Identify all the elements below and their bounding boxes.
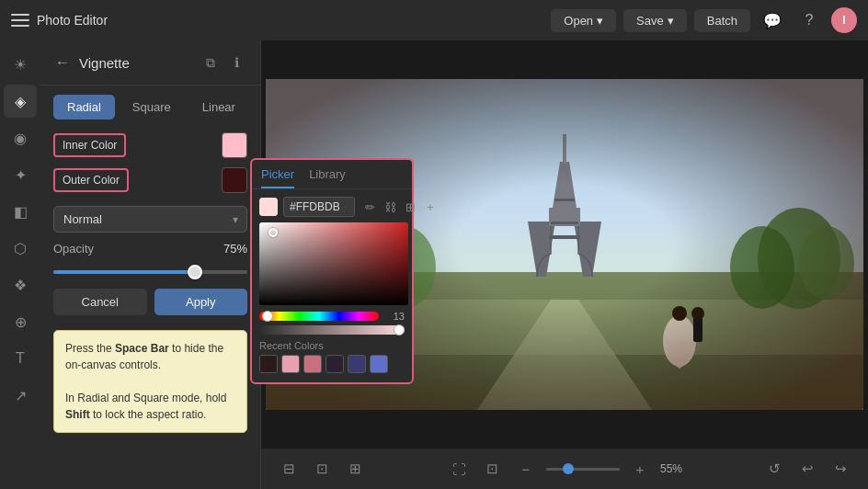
picker-plus-icon[interactable]: + [421,198,440,216]
main-area: ☀ ◈ ◉ ✦ ◧ ⬡ ❖ ⊕ T ↗ ← Vignette ⧉ ℹ Radia… [0,40,868,489]
avatar[interactable]: I [831,7,857,33]
layers-button[interactable]: ⊟ [276,456,302,482]
picker-alpha-slider[interactable] [259,325,405,335]
batch-label: Batch [707,14,737,28]
sidebar-btn-plugins[interactable]: ⊕ [4,305,37,338]
topbar: Photo Editor Open ▾ Save ▾ Batch 💬 ? I [0,0,868,40]
picker-gradient-handle[interactable] [268,228,278,237]
outer-color-row: Outer Color [53,167,247,193]
help-icon-button[interactable]: ? [794,6,824,35]
inner-color-swatch[interactable] [222,132,247,158]
panel-back-button[interactable]: ← [53,52,72,73]
grid-button[interactable]: ⊞ [342,456,368,482]
bottom-bar: ⊟ ⊡ ⊞ ⛶ ⊡ − + 55% ↺ ↩ ↪ [261,449,868,489]
picker-hex-icons: ✏ ⛓ ⊞ + [360,198,440,216]
zoom-out-button[interactable]: − [513,456,539,482]
tooltip-text2: In Radial and Square mode, hold Shift to… [65,392,226,421]
inner-color-button[interactable]: Inner Color [53,133,126,157]
sidebar-btn-details[interactable]: ◈ [4,85,37,118]
outer-color-swatch[interactable] [222,167,247,193]
menu-icon[interactable] [11,11,29,29]
inner-color-label: Inner Color [63,139,117,152]
panel-header-icons: ⧉ ℹ [200,51,247,74]
cancel-button[interactable]: Cancel [53,289,147,315]
recent-swatch-1[interactable] [281,355,300,373]
picker-color-swatch [259,198,278,216]
panel-header: ← Vignette ⧉ ℹ [40,40,260,85]
tab-radial[interactable]: Radial [53,95,115,119]
picker-alpha-row [252,325,412,340]
recent-swatch-3[interactable] [326,355,344,373]
tab-square[interactable]: Square [119,95,185,119]
recent-swatch-0[interactable] [259,355,278,373]
bottom-left-icons: ⊟ ⊡ ⊞ [276,456,368,482]
vignette-tabs: Radial Square Linear [40,85,260,119]
panel-title: Vignette [79,55,192,71]
picker-color-preview [259,198,278,216]
zoom-slider[interactable] [546,468,620,471]
picker-hue-row: 13 [252,311,412,325]
save-button[interactable]: Save ▾ [623,9,687,32]
panel-copy-icon[interactable]: ⧉ [200,51,222,74]
recent-swatch-4[interactable] [348,355,366,373]
tooltip-text1: Press the Space Bar to hide the on-canva… [65,342,223,371]
open-chevron-icon: ▾ [597,14,603,28]
opacity-label: Opacity [53,242,94,256]
picker-recent-label: Recent Colors [252,340,412,355]
opacity-row: Opacity 75% [40,242,260,278]
blend-mode-row: Normal [40,206,260,233]
sidebar-btn-overlays[interactable]: ❖ [4,268,37,301]
picker-tab-picker[interactable]: Picker [261,167,294,188]
opacity-label-row: Opacity 75% [53,242,247,256]
color-picker-popup: Picker Library ✏ ⛓ ⊞ + 13 [250,158,414,384]
action-buttons: Cancel Apply [40,289,260,315]
crop-button[interactable]: ⊡ [309,456,335,482]
picker-hue-slider[interactable] [259,312,379,321]
panel-info-icon[interactable]: ℹ [225,51,247,74]
sidebar-btn-adjust[interactable]: ☀ [4,48,37,81]
sidebar-btn-mask[interactable]: ◧ [4,195,37,228]
sidebar-btn-effects[interactable]: ✦ [4,158,37,191]
sidebar-btn-preview[interactable]: ◉ [4,121,37,154]
tab-linear[interactable]: Linear [188,95,249,119]
opacity-slider[interactable] [53,270,247,274]
sidebar-btn-geometry[interactable]: ⬡ [4,232,37,265]
recent-swatch-5[interactable] [370,355,388,373]
inner-color-row: Inner Color [53,132,247,158]
picker-gradient-canvas[interactable] [259,222,408,305]
picker-hue-value: 13 [384,311,405,322]
picker-hex-row: ✏ ⛓ ⊞ + [252,197,412,222]
save-chevron-icon: ▾ [668,14,674,28]
sidebar-btn-export[interactable]: ↗ [4,379,37,412]
picker-recent-colors [252,355,412,373]
sidebar-btn-text[interactable]: T [4,342,37,375]
picker-edit-icon[interactable]: ✏ [360,198,379,216]
blend-mode-select[interactable]: Normal [53,206,247,233]
outer-color-button[interactable]: Outer Color [53,168,129,192]
batch-button[interactable]: Batch [694,9,750,32]
fit-button[interactable]: ⛶ [447,456,473,482]
crop2-button[interactable]: ⊡ [480,456,506,482]
color-rows: Inner Color Outer Color [40,119,260,206]
redo-button[interactable]: ↪ [828,456,853,482]
undo-button[interactable]: ↩ [794,456,820,482]
picker-hex-input[interactable] [283,197,355,217]
zoom-level: 55% [660,462,682,475]
apply-button[interactable]: Apply [154,289,248,315]
picker-tabs: Picker Library [252,160,412,189]
open-label: Open [564,14,593,28]
chat-icon-button[interactable]: 💬 [758,6,787,35]
save-label: Save [636,14,664,28]
picker-link-icon[interactable]: ⛓ [381,198,399,216]
app-title: Photo Editor [37,13,108,28]
zoom-in-button[interactable]: + [627,456,653,482]
recent-swatch-2[interactable] [303,355,322,373]
outer-color-label: Outer Color [63,174,120,187]
vignette-panel: ← Vignette ⧉ ℹ Radial Square Linear Inne… [40,40,261,489]
picker-tab-library[interactable]: Library [309,167,346,188]
picker-grid-icon[interactable]: ⊞ [401,198,419,216]
reset-button[interactable]: ↺ [761,456,787,482]
opacity-value: 75% [223,242,247,256]
bottom-center-icons: ⛶ ⊡ − + 55% [447,456,682,482]
open-button[interactable]: Open ▾ [551,9,616,32]
